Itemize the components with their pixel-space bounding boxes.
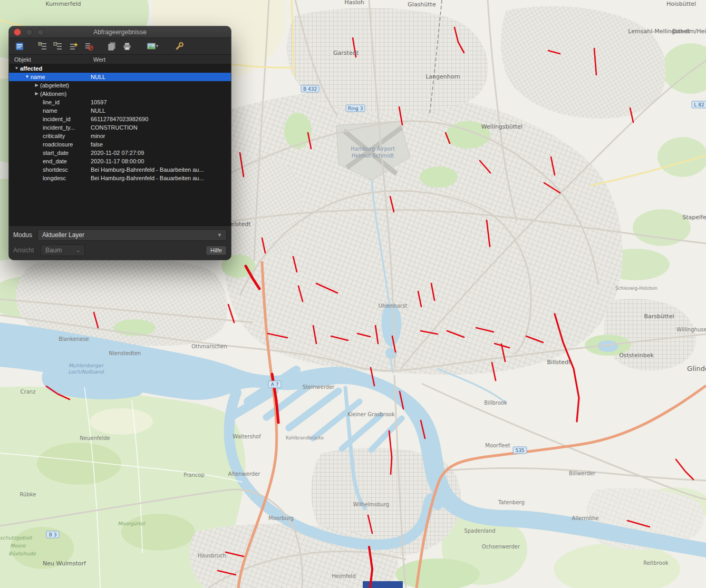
svg-text:Willinghusen: Willinghusen	[676, 327, 706, 332]
svg-text:Spadenland: Spadenland	[464, 528, 495, 534]
column-wert: Wert	[91, 56, 231, 63]
ansicht-label: Ansicht	[13, 247, 41, 254]
svg-text:Neu Wulmstorf: Neu Wulmstorf	[43, 560, 86, 567]
svg-text:schutzgebiet: schutzgebiet	[0, 535, 33, 541]
svg-text:535: 535	[515, 448, 524, 453]
identify-button[interactable]	[13, 40, 26, 53]
svg-text:Billstedt: Billstedt	[547, 359, 572, 366]
table-row[interactable]: incident_id 661127847023982690	[9, 115, 231, 123]
svg-text:Uhlenhorst: Uhlenhorst	[379, 303, 408, 309]
print-response-icon	[122, 42, 132, 51]
table-row[interactable]: ▼affected	[9, 64, 231, 73]
settings-button[interactable]	[172, 40, 186, 53]
table-row[interactable]: ▶(abgeleitet)	[9, 81, 231, 90]
print-response-button[interactable]	[120, 40, 133, 53]
svg-text:Helmut Schmidt: Helmut Schmidt	[352, 153, 394, 159]
chevron-updown-icon: ⌄	[76, 248, 80, 253]
svg-text:Billbrook: Billbrook	[484, 400, 507, 406]
svg-text:Hausbruch: Hausbruch	[198, 553, 226, 558]
ansicht-dropdown[interactable]: Baum ⌄	[41, 244, 85, 256]
svg-text:Muhlenberger: Muhlenberger	[69, 362, 104, 368]
svg-text:Francop: Francop	[183, 472, 205, 478]
table-row[interactable]: line_id 10597	[9, 98, 231, 106]
svg-text:Ochsenwerder: Ochsenwerder	[482, 544, 520, 550]
route-shield: Ring 3	[346, 105, 365, 112]
table-row[interactable]: criticality minor	[9, 132, 231, 140]
svg-text:Nienstedten: Nienstedten	[109, 350, 141, 356]
collapse-tree-icon	[53, 42, 63, 51]
table-row[interactable]: shortdesc Bei Hamburg-Bahrenfeld - Bauar…	[9, 165, 231, 174]
minimize-button[interactable]	[25, 28, 33, 36]
svg-text:Wilhelmsburg: Wilhelmsburg	[353, 502, 389, 507]
table-row[interactable]: incident_ty... CONSTRUCTION	[9, 123, 231, 132]
hilfe-button[interactable]: Hilfe	[206, 246, 227, 256]
svg-text:Stapelfeld: Stapelfeld	[682, 214, 706, 221]
svg-text:Hamburg Airport: Hamburg Airport	[351, 146, 395, 152]
results-column-header: Objekt Wert	[9, 55, 231, 64]
svg-text:Loch/Neßsand: Loch/Neßsand	[68, 369, 104, 375]
svg-text:Moorburg: Moorburg	[268, 515, 294, 521]
expand-new-results-icon	[69, 42, 78, 51]
expand-tree-icon	[38, 42, 47, 51]
identify-results-window[interactable]: Abfrageergebnisse ▼	[9, 26, 231, 260]
svg-text:Glinde: Glinde	[687, 365, 706, 373]
svg-text:Schleswig-Holstein: Schleswig-Holstein	[615, 286, 657, 291]
svg-text:Moore: Moore	[10, 543, 26, 548]
table-row[interactable]: roadclosure false	[9, 140, 231, 149]
table-row[interactable]: name NULL	[9, 106, 231, 115]
zoom-button[interactable]	[37, 28, 44, 36]
svg-text:Büxtehude: Büxtehude	[8, 551, 36, 556]
svg-text:Hasloh: Hasloh	[344, 0, 364, 6]
results-tree[interactable]: ▼affected ▼name NULL ▶(abgeleitet) ▶(Akt…	[9, 64, 231, 226]
copy-feature-button[interactable]	[105, 40, 118, 53]
expand-tree-button[interactable]	[36, 40, 49, 53]
panel-footer: Modus Aktueller Layer ▼ Ansicht Baum ⌄ H…	[9, 226, 231, 260]
svg-text:Moorfleet: Moorfleet	[485, 443, 510, 448]
svg-text:Glashütte: Glashütte	[408, 1, 436, 8]
collapse-tree-button[interactable]	[51, 40, 64, 53]
dropdown-caret-icon: ▼	[155, 44, 159, 48]
svg-text:Oststeinbek: Oststeinbek	[619, 352, 654, 359]
svg-text:Daheim/Heimg: Daheim/Heimg	[672, 28, 706, 35]
svg-text:Othmarschen: Othmarschen	[191, 344, 227, 349]
svg-text:Blankenese: Blankenese	[59, 336, 89, 342]
clear-results-button[interactable]	[82, 40, 95, 53]
table-row-selected[interactable]: ▼name NULL	[9, 73, 231, 81]
close-button[interactable]	[14, 28, 21, 36]
svg-text:Altenwerder: Altenwerder	[228, 471, 261, 477]
modus-dropdown[interactable]: Aktueller Layer ▼	[37, 229, 227, 241]
svg-text:L 82: L 82	[694, 102, 704, 107]
svg-text:Waltershof: Waltershof	[233, 434, 261, 439]
chevron-down-icon: ▼	[217, 232, 222, 238]
table-row[interactable]: start_date 2020-11-02 07:27:09	[9, 149, 231, 157]
view-mode-button[interactable]: ▼	[143, 40, 162, 53]
svg-text:Langenhorn: Langenhorn	[425, 73, 460, 80]
svg-text:Hoisbüttel: Hoisbüttel	[666, 1, 696, 7]
table-row[interactable]: ▶(Aktionen)	[9, 90, 231, 98]
svg-text:Ring 3: Ring 3	[348, 106, 363, 111]
identify-form-icon	[15, 42, 24, 51]
svg-text:Kummerfeld: Kummerfeld	[45, 1, 81, 7]
window-titlebar[interactable]: Abfrageergebnisse	[9, 26, 231, 38]
route-shield: B 3	[46, 531, 59, 538]
table-row[interactable]: end_date 2020-11-17 08:00:00	[9, 157, 231, 165]
clear-results-icon	[84, 42, 93, 51]
identify-toolbar: ▼	[9, 38, 231, 55]
copy-feature-icon	[107, 42, 117, 51]
svg-text:Garstedt: Garstedt	[333, 50, 359, 56]
expand-new-results-button[interactable]	[66, 40, 80, 53]
svg-text:B 3: B 3	[49, 532, 57, 537]
column-objekt: Objekt	[9, 56, 91, 63]
disclosure-open-icon: ▼	[24, 73, 31, 81]
svg-text:Cranz: Cranz	[21, 389, 36, 395]
svg-text:Allermöhe: Allermöhe	[572, 515, 599, 521]
disclosure-closed-icon: ▶	[33, 81, 40, 90]
route-shield: A 7	[268, 381, 281, 388]
svg-text:Kleiner Grasbrook: Kleiner Grasbrook	[347, 411, 395, 417]
svg-text:Tatenberg: Tatenberg	[498, 499, 525, 505]
route-shield: B 432	[301, 85, 319, 92]
disclosure-closed-icon: ▶	[33, 90, 40, 98]
disclosure-open-icon: ▼	[13, 64, 20, 73]
table-row[interactable]: longdesc Bei Hamburg-Bahrenfeld - Bauarb…	[9, 174, 231, 182]
svg-text:Kohlbrandbrücke: Kohlbrandbrücke	[286, 435, 324, 440]
